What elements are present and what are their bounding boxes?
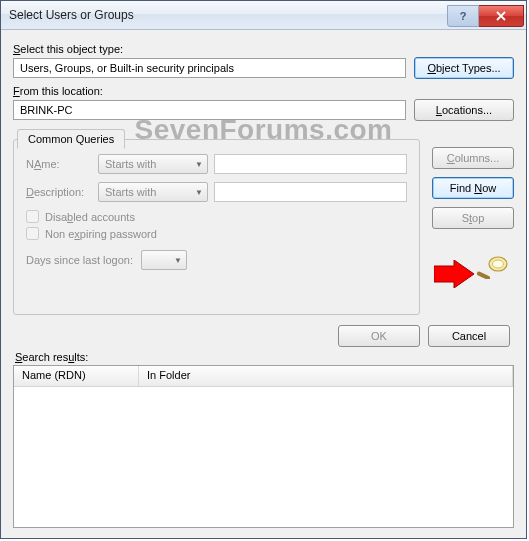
description-mode-select[interactable]: Starts with ▼ [98, 182, 208, 202]
svg-rect-2 [476, 271, 490, 279]
find-now-button[interactable]: Find Now [432, 177, 514, 199]
disabled-accounts-checkbox[interactable]: Disabled accounts [26, 210, 407, 223]
dialog-window: Select Users or Groups ? SevenForums.com… [0, 0, 527, 539]
days-since-logon-select[interactable]: ▼ [141, 250, 187, 270]
name-label: NAme: [26, 158, 92, 170]
titlebar-buttons: ? [447, 5, 524, 25]
find-icon-holder [432, 253, 514, 279]
common-queries-tab[interactable]: Common Queries [17, 129, 125, 149]
results-listview[interactable]: Name (RDN) In Folder [13, 365, 514, 528]
help-icon: ? [460, 10, 467, 22]
description-input[interactable] [214, 182, 407, 202]
chevron-down-icon: ▼ [174, 256, 182, 265]
days-since-logon-row: Days since last logon: ▼ [26, 250, 407, 270]
name-mode-select[interactable]: Starts with ▼ [98, 154, 208, 174]
ok-button[interactable]: OK [338, 325, 420, 347]
column-name-rdn[interactable]: Name (RDN) [14, 366, 139, 386]
dialog-buttons: OK Cancel [13, 325, 510, 347]
chevron-down-icon: ▼ [195, 188, 203, 197]
disabled-accounts-box[interactable] [26, 210, 39, 223]
column-in-folder[interactable]: In Folder [139, 366, 513, 386]
close-button[interactable] [479, 5, 524, 27]
object-type-label: Select this object type: [13, 43, 514, 55]
svg-point-1 [493, 260, 504, 268]
object-type-field[interactable] [13, 58, 406, 78]
name-input[interactable] [214, 154, 407, 174]
query-side-buttons: Columns... Find Now Stop [432, 131, 514, 315]
location-field[interactable] [13, 100, 406, 120]
days-since-logon-label: Days since last logon: [26, 254, 133, 266]
help-button[interactable]: ? [447, 5, 479, 27]
columns-button[interactable]: Columns... [432, 147, 514, 169]
chevron-down-icon: ▼ [195, 160, 203, 169]
client-area: SevenForums.com Select this object type:… [1, 30, 526, 538]
titlebar: Select Users or Groups ? [1, 1, 526, 30]
object-types-button[interactable]: Object Types... [414, 57, 514, 79]
close-icon [496, 11, 506, 21]
search-results-label: Search results: [15, 351, 514, 363]
description-label: Description: [26, 186, 92, 198]
window-title: Select Users or Groups [9, 8, 447, 22]
non-expiring-password-checkbox[interactable]: Non expiring password [26, 227, 407, 240]
find-icon [476, 253, 510, 279]
location-row: Locations... [13, 99, 514, 121]
stop-button[interactable]: Stop [432, 207, 514, 229]
results-header: Name (RDN) In Folder [14, 366, 513, 387]
cancel-button[interactable]: Cancel [428, 325, 510, 347]
locations-button[interactable]: Locations... [414, 99, 514, 121]
location-label: From this location: [13, 85, 514, 97]
object-type-row: Object Types... [13, 57, 514, 79]
query-form: NAme: Starts with ▼ Description: Starts … [13, 139, 420, 315]
common-queries-group: Common Queries NAme: Starts with ▼ Descr… [13, 131, 514, 315]
non-expiring-password-box[interactable] [26, 227, 39, 240]
